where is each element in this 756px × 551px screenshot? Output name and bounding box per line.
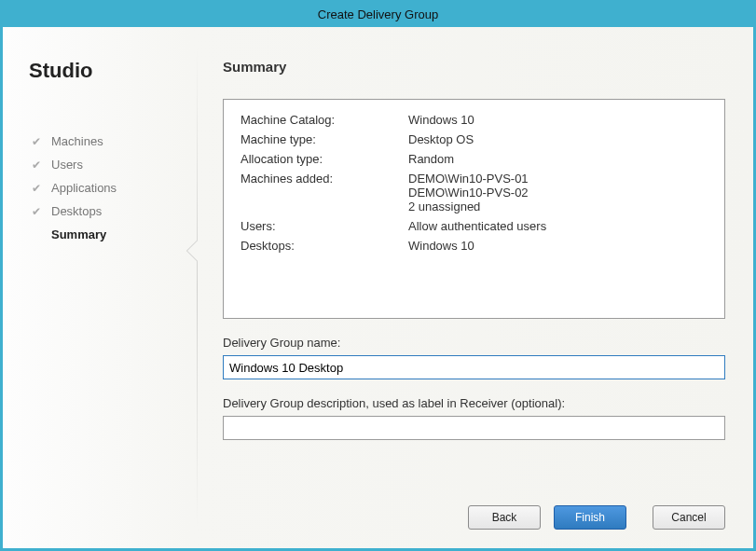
summary-label: Allocation type: bbox=[241, 152, 408, 166]
step-label: Summary bbox=[51, 227, 106, 241]
delivery-group-description-label: Delivery Group description, used as labe… bbox=[223, 396, 725, 410]
check-icon: ✔ bbox=[29, 182, 44, 195]
summary-label: Machine Catalog: bbox=[241, 113, 408, 127]
client-area: Studio ✔ Machines ✔ Users ✔ Applications… bbox=[3, 27, 753, 548]
step-summary[interactable]: ✔ Summary bbox=[29, 223, 197, 246]
summary-value: DEMO\Win10-PVS-01 DEMO\Win10-PVS-02 2 un… bbox=[408, 172, 708, 214]
summary-label: Users: bbox=[241, 219, 408, 233]
step-label: Applications bbox=[51, 181, 117, 195]
step-applications[interactable]: ✔ Applications bbox=[29, 176, 197, 200]
summary-row-allocation-type: Allocation type: Random bbox=[241, 152, 708, 166]
step-label: Desktops bbox=[51, 204, 102, 218]
product-heading: Studio bbox=[29, 59, 197, 83]
wizard-window: Create Delivery Group Studio ✔ Machines … bbox=[0, 0, 756, 551]
summary-row-desktops: Desktops: Windows 10 bbox=[241, 239, 708, 253]
page-heading: Summary bbox=[223, 59, 725, 75]
summary-box: Machine Catalog: Windows 10 Machine type… bbox=[223, 99, 725, 319]
summary-label: Desktops: bbox=[241, 239, 408, 253]
summary-label: Machine type: bbox=[241, 132, 408, 146]
check-icon: ✔ bbox=[29, 135, 44, 148]
summary-value: Allow authenticated users bbox=[408, 219, 708, 233]
finish-button[interactable]: Finish bbox=[554, 505, 626, 530]
summary-row-machines-added: Machines added: DEMO\Win10-PVS-01 DEMO\W… bbox=[241, 172, 708, 214]
summary-value: Desktop OS bbox=[408, 132, 708, 146]
summary-value: Windows 10 bbox=[408, 113, 708, 127]
step-desktops[interactable]: ✔ Desktops bbox=[29, 200, 197, 223]
wizard-buttons: Back Finish Cancel bbox=[223, 483, 725, 530]
summary-label: Machines added: bbox=[241, 172, 408, 214]
wizard-main: Summary Machine Catalog: Windows 10 Mach… bbox=[197, 51, 725, 530]
check-icon: ✔ bbox=[29, 158, 44, 172]
summary-value: Windows 10 bbox=[408, 239, 708, 253]
back-button[interactable]: Back bbox=[468, 505, 541, 530]
wizard-steps: ✔ Machines ✔ Users ✔ Applications ✔ Desk… bbox=[29, 130, 197, 246]
cancel-button[interactable]: Cancel bbox=[653, 505, 725, 530]
delivery-group-description-input[interactable] bbox=[223, 416, 725, 440]
step-users[interactable]: ✔ Users bbox=[29, 153, 197, 176]
delivery-group-name-label: Delivery Group name: bbox=[223, 336, 725, 350]
summary-row-users: Users: Allow authenticated users bbox=[241, 219, 708, 233]
summary-row-machine-type: Machine type: Desktop OS bbox=[241, 132, 708, 146]
window-title: Create Delivery Group bbox=[3, 3, 753, 27]
step-machines[interactable]: ✔ Machines bbox=[29, 130, 197, 153]
check-icon: ✔ bbox=[29, 205, 44, 218]
step-label: Machines bbox=[51, 134, 103, 148]
delivery-group-name-input[interactable] bbox=[223, 355, 725, 379]
summary-value: Random bbox=[408, 152, 708, 166]
summary-row-machine-catalog: Machine Catalog: Windows 10 bbox=[241, 113, 708, 127]
wizard-sidebar: Studio ✔ Machines ✔ Users ✔ Applications… bbox=[29, 51, 197, 530]
step-label: Users bbox=[51, 158, 83, 172]
sidebar-divider bbox=[197, 46, 198, 530]
